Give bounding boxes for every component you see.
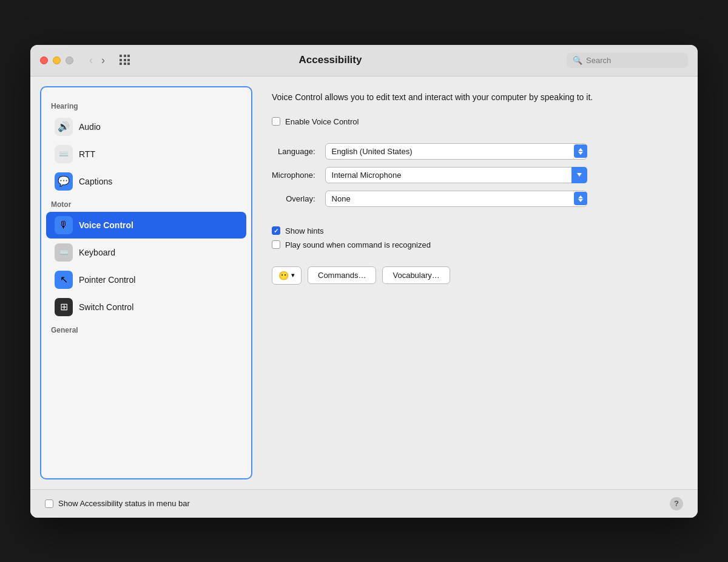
sidebar-item-rtt[interactable]: ⌨️ RTT bbox=[46, 141, 246, 168]
main-window: ‹ › Accessibility 🔍 Hearing 🔊 Audio bbox=[30, 45, 698, 518]
minimize-button[interactable] bbox=[53, 56, 61, 64]
content-area: Hearing 🔊 Audio ⌨️ RTT 💬 Captions Motor … bbox=[30, 76, 698, 489]
microphone-label: Microphone: bbox=[272, 171, 315, 180]
overlay-select[interactable]: None bbox=[325, 191, 587, 207]
vocabulary-button[interactable]: Vocabulary… bbox=[382, 266, 450, 284]
settings-form: Language: English (United States) Microp… bbox=[272, 143, 587, 207]
sidebar-item-pointer-control[interactable]: ↖ Pointer Control bbox=[46, 266, 246, 293]
voice-control-icon: 🎙 bbox=[55, 216, 73, 234]
maximize-button bbox=[66, 56, 73, 64]
sidebar-item-voice-control[interactable]: 🎙 Voice Control bbox=[46, 212, 246, 239]
switch-control-icon: ⊞ bbox=[55, 298, 73, 316]
sidebar-item-label: Keyboard bbox=[79, 248, 115, 257]
description-text: Voice Control allows you to edit text an… bbox=[272, 91, 612, 104]
overlay-select-wrapper: None bbox=[325, 191, 587, 207]
search-input[interactable] bbox=[586, 56, 682, 65]
show-status-checkbox[interactable] bbox=[45, 499, 53, 508]
motor-section-label: Motor bbox=[41, 195, 251, 211]
sidebar-item-audio[interactable]: 🔊 Audio bbox=[46, 113, 246, 140]
arrow-up-icon bbox=[578, 148, 583, 151]
sidebar-item-switch-control[interactable]: ⊞ Switch Control bbox=[46, 294, 246, 320]
language-select-arrow bbox=[574, 144, 587, 158]
sidebar-item-label: Voice Control bbox=[79, 220, 133, 230]
show-status-label: Show Accessibility status in menu bar bbox=[58, 499, 190, 508]
audio-icon: 🔊 bbox=[55, 118, 73, 136]
show-hints-label: Show hints bbox=[285, 226, 324, 235]
show-hints-checkbox[interactable] bbox=[272, 226, 280, 235]
pointer-icon: ↖ bbox=[55, 271, 73, 289]
close-button[interactable] bbox=[40, 56, 48, 64]
back-button[interactable]: ‹ bbox=[86, 53, 96, 67]
search-box[interactable]: 🔍 bbox=[567, 53, 688, 68]
arrow-down-icon bbox=[577, 173, 582, 177]
sidebar-item-label: RTT bbox=[79, 149, 95, 159]
traffic-lights bbox=[40, 56, 73, 64]
hints-section: Show hints Play sound when command is re… bbox=[272, 226, 678, 249]
bottom-buttons: 😶 ▾ Commands… Vocabulary… bbox=[272, 266, 678, 285]
sidebar: Hearing 🔊 Audio ⌨️ RTT 💬 Captions Motor … bbox=[40, 86, 252, 479]
enable-voice-label: Enable Voice Control bbox=[285, 117, 359, 126]
sidebar-item-label: Pointer Control bbox=[79, 275, 135, 285]
sidebar-item-keyboard[interactable]: ⌨️ Keyboard bbox=[46, 239, 246, 266]
overlay-select-arrow bbox=[574, 192, 587, 205]
language-label: Language: bbox=[272, 147, 315, 156]
play-sound-checkbox[interactable] bbox=[272, 240, 280, 249]
keyboard-icon: ⌨️ bbox=[55, 243, 73, 262]
play-sound-row: Play sound when command is recognized bbox=[272, 240, 678, 249]
language-select-wrapper: English (United States) bbox=[325, 143, 587, 160]
commands-button[interactable]: Commands… bbox=[308, 266, 376, 284]
overlay-label: Overlay: bbox=[272, 194, 315, 203]
general-section-label: General bbox=[41, 321, 251, 337]
main-panel: Voice Control allows you to edit text an… bbox=[252, 76, 698, 489]
microphone-select[interactable]: Internal Microphone bbox=[325, 167, 587, 183]
microphone-arrow-btn bbox=[571, 167, 587, 183]
titlebar: ‹ › Accessibility 🔍 bbox=[30, 45, 698, 76]
sidebar-item-captions[interactable]: 💬 Captions bbox=[46, 168, 246, 195]
show-hints-row: Show hints bbox=[272, 226, 678, 235]
arrow-down-icon bbox=[578, 199, 583, 202]
sidebar-item-label: Audio bbox=[79, 122, 101, 132]
play-sound-label: Play sound when command is recognized bbox=[285, 240, 431, 249]
hearing-section-label: Hearing bbox=[41, 97, 251, 113]
sidebar-item-label: Switch Control bbox=[79, 302, 133, 312]
sidebar-item-label: Captions bbox=[79, 177, 112, 186]
rtt-icon: ⌨️ bbox=[55, 145, 73, 163]
arrow-down-icon bbox=[578, 152, 583, 155]
help-button[interactable]: ? bbox=[670, 497, 683, 510]
footer: Show Accessibility status in menu bar ? bbox=[30, 489, 698, 518]
dropdown-arrow-icon: ▾ bbox=[291, 271, 295, 279]
language-select[interactable]: English (United States) bbox=[325, 143, 587, 160]
search-icon: 🔍 bbox=[573, 56, 582, 65]
captions-icon: 💬 bbox=[55, 172, 73, 191]
enable-voice-row: Enable Voice Control bbox=[272, 117, 678, 126]
window-title: Accessibility bbox=[101, 54, 559, 66]
emoji-button[interactable]: 😶 ▾ bbox=[272, 266, 302, 285]
enable-voice-checkbox[interactable] bbox=[272, 117, 280, 126]
microphone-select-wrapper: Internal Microphone bbox=[325, 167, 587, 183]
emoji-face-icon: 😶 bbox=[278, 271, 289, 280]
arrow-up-icon bbox=[578, 195, 583, 198]
